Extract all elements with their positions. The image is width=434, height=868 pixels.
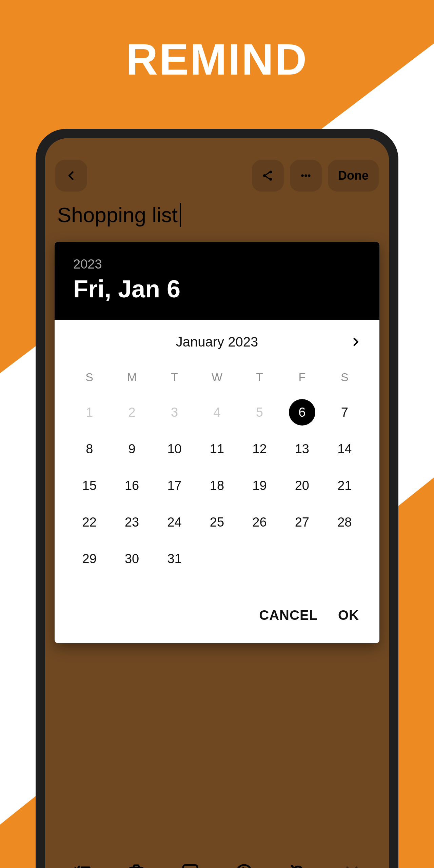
calendar-day[interactable]: 16 [111,467,153,504]
calendar-day[interactable]: 29 [68,540,111,577]
calendar-day[interactable]: 26 [238,504,281,540]
calendar-day[interactable]: 25 [196,504,238,540]
calendar-day[interactable]: 18 [196,467,238,504]
calendar-day[interactable]: 19 [238,467,281,504]
calendar-day [196,540,238,577]
calendar-day[interactable]: 10 [153,431,196,467]
calendar-dow: T [238,364,281,394]
phone-frame: Done Shopping list [36,129,398,868]
calendar-day[interactable]: 2 [111,394,153,431]
date-picker-selected-date: Fri, Jan 6 [73,275,361,303]
calendar-dow: S [68,364,111,394]
calendar-day[interactable]: 11 [196,431,238,467]
calendar-month-label: January 2023 [176,334,258,350]
calendar-dow: W [196,364,238,394]
calendar-day[interactable]: 1 [68,394,111,431]
calendar-day[interactable]: 20 [281,467,323,504]
calendar-day[interactable]: 30 [111,540,153,577]
calendar-dow: M [111,364,153,394]
calendar-body: January 2023 SMTWTFS 1234567891011121314… [55,320,379,587]
ok-button[interactable]: OK [338,608,359,623]
calendar-dow-row: SMTWTFS [68,364,366,394]
calendar-day [281,540,323,577]
calendar-day[interactable]: 21 [323,467,366,504]
date-picker-dialog: 2023 Fri, Jan 6 January 2023 SMTWTFS 123… [55,242,379,643]
calendar-day[interactable]: 9 [111,431,153,467]
calendar-day[interactable]: 6 [281,394,323,431]
calendar-day[interactable]: 3 [153,394,196,431]
calendar-day[interactable]: 17 [153,467,196,504]
phone-screen: Done Shopping list [45,138,389,868]
calendar-day[interactable]: 27 [281,504,323,540]
calendar-day[interactable]: 14 [323,431,366,467]
calendar-day[interactable]: 15 [68,467,111,504]
calendar-day[interactable]: 12 [238,431,281,467]
calendar-day[interactable]: 8 [68,431,111,467]
next-month-button[interactable] [349,335,362,349]
banner-title: REMIND [0,34,434,85]
calendar-day [238,540,281,577]
chevron-right-icon [350,336,361,348]
calendar-dow: S [323,364,366,394]
calendar-dow: T [153,364,196,394]
calendar-month-row: January 2023 [68,333,366,350]
calendar-dow: F [281,364,323,394]
calendar-days-grid: 1234567891011121314151617181920212223242… [68,394,366,577]
calendar-day[interactable]: 24 [153,504,196,540]
calendar-day[interactable]: 31 [153,540,196,577]
calendar-day[interactable]: 22 [68,504,111,540]
date-picker-header: 2023 Fri, Jan 6 [55,242,379,320]
calendar-day[interactable]: 5 [238,394,281,431]
cancel-button[interactable]: CANCEL [259,608,318,623]
calendar-day[interactable]: 13 [281,431,323,467]
date-picker-year[interactable]: 2023 [73,257,361,272]
calendar-day [323,540,366,577]
calendar-day[interactable]: 7 [323,394,366,431]
calendar-day[interactable]: 4 [196,394,238,431]
calendar-day[interactable]: 28 [323,504,366,540]
date-picker-actions: CANCEL OK [55,587,379,643]
calendar-day[interactable]: 23 [111,504,153,540]
